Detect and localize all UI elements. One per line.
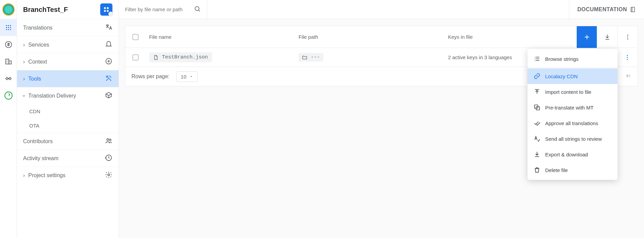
select-all-checkbox[interactable] xyxy=(132,34,139,40)
book-icon xyxy=(630,6,636,13)
col-filepath: File path xyxy=(295,34,445,40)
row-checkbox[interactable] xyxy=(132,54,139,61)
chevron-right-icon: › xyxy=(23,42,25,48)
nav-project-settings[interactable]: ›Project settings xyxy=(17,167,119,184)
tools-icon xyxy=(105,74,112,83)
nav-contributors-label: Contributors xyxy=(23,138,53,144)
svg-point-18 xyxy=(107,138,109,140)
project-title: BranchTest_F xyxy=(23,6,68,14)
menu-delete[interactable]: Delete file xyxy=(527,162,618,178)
pager-last-icon[interactable] xyxy=(625,72,631,81)
translate-icon xyxy=(105,23,112,32)
project-icon[interactable] xyxy=(100,3,112,16)
row-more-icon[interactable] xyxy=(617,48,638,67)
rail-handshake-icon[interactable] xyxy=(0,70,17,87)
nav-services[interactable]: ›Services xyxy=(17,36,119,53)
svg-point-7 xyxy=(8,29,9,30)
svg-rect-22 xyxy=(631,7,635,12)
rail-billing-icon[interactable] xyxy=(0,36,17,53)
svg-point-6 xyxy=(6,29,7,30)
nav-cdn[interactable]: CDN xyxy=(17,104,119,118)
chevron-right-icon: › xyxy=(23,172,25,178)
svg-point-23 xyxy=(627,34,628,35)
chevron-right-icon: › xyxy=(23,76,25,82)
rail-apps-icon[interactable] xyxy=(0,19,17,36)
upload-icon xyxy=(534,88,540,95)
svg-point-2 xyxy=(10,25,11,26)
rows-per-page-label: Rows per page: xyxy=(131,73,169,80)
menu-localazy-cdn[interactable]: Localazy CDN xyxy=(527,68,618,84)
menu-review[interactable]: Send all strings to review xyxy=(527,131,618,147)
search-icon[interactable] xyxy=(194,5,201,14)
svg-point-27 xyxy=(627,57,628,58)
bell-icon xyxy=(105,40,112,49)
nav-settings-label: Project settings xyxy=(28,172,65,178)
chevron-down-icon xyxy=(189,74,193,79)
svg-rect-10 xyxy=(5,59,8,64)
download-icon xyxy=(534,151,540,158)
row-actions-menu: Browse strings Localazy CDN Import conte… xyxy=(527,49,618,180)
nav-tools-label: Tools xyxy=(28,76,41,82)
menu-import[interactable]: Import content to file xyxy=(527,84,618,100)
file-chip[interactable]: TestBranch.json xyxy=(149,52,212,62)
plus-circle-icon xyxy=(105,57,112,66)
menu-export[interactable]: Export & download xyxy=(527,147,618,162)
table-header: File name File path Keys in file xyxy=(125,26,638,48)
org-logo[interactable] xyxy=(2,3,15,16)
svg-rect-16 xyxy=(107,10,109,12)
nav-context[interactable]: ›Context xyxy=(17,53,119,70)
filter-input[interactable] xyxy=(125,6,193,12)
folder-icon xyxy=(302,55,307,60)
sidebar-header: BranchTest_F xyxy=(17,0,119,19)
rail-tip-icon[interactable] xyxy=(0,87,17,104)
chevron-right-icon: › xyxy=(23,59,25,65)
menu-browse-strings[interactable]: Browse strings xyxy=(527,51,618,67)
svg-rect-14 xyxy=(107,7,109,9)
nav-translation-delivery[interactable]: ›Translation Delivery xyxy=(17,87,119,104)
more-button[interactable] xyxy=(617,26,638,48)
menu-pretranslate[interactable]: Pre-translate with MT xyxy=(527,100,618,115)
sidebar: BranchTest_F Translations ›Services ›Con… xyxy=(17,0,119,238)
menu-approve[interactable]: Approve all translations xyxy=(527,115,618,131)
nav-delivery-label: Translation Delivery xyxy=(28,93,76,99)
svg-point-19 xyxy=(109,139,111,140)
gear-icon xyxy=(105,171,112,180)
nav-tools[interactable]: ›Tools xyxy=(17,70,119,87)
file-name: TestBranch.json xyxy=(162,54,208,60)
nav-activity[interactable]: Activity stream xyxy=(17,150,119,167)
rows-per-page-select[interactable]: 10 xyxy=(176,71,198,82)
nav-contributors[interactable]: Contributors xyxy=(17,133,119,150)
svg-rect-13 xyxy=(104,7,106,9)
add-file-button[interactable] xyxy=(576,26,597,48)
content-area: File name File path Keys in file xyxy=(119,19,644,93)
documentation-link[interactable]: DOCUMENTATION xyxy=(569,0,644,19)
list-icon xyxy=(534,55,540,62)
file-path: --- xyxy=(311,54,320,60)
svg-point-0 xyxy=(6,25,7,26)
nav-translations-label: Translations xyxy=(23,25,53,31)
nav-services-label: Services xyxy=(28,42,49,48)
download-button[interactable] xyxy=(597,26,617,48)
nav-ota[interactable]: OTA xyxy=(17,118,119,133)
rows-per-page-value: 10 xyxy=(181,74,186,80)
path-chip[interactable]: --- xyxy=(299,53,323,62)
svg-point-21 xyxy=(195,6,199,11)
people-icon xyxy=(105,137,112,146)
svg-point-25 xyxy=(627,38,628,39)
check-all-icon xyxy=(534,120,540,126)
svg-point-3 xyxy=(6,27,7,28)
file-icon xyxy=(153,55,159,60)
link-icon xyxy=(534,73,540,80)
history-icon xyxy=(105,154,112,163)
nav-context-label: Context xyxy=(28,59,47,65)
nav-activity-label: Activity stream xyxy=(23,155,58,162)
chevron-down-icon: › xyxy=(21,95,27,97)
svg-point-8 xyxy=(10,29,11,30)
col-keys: Keys in file xyxy=(445,34,576,40)
documentation-label: DOCUMENTATION xyxy=(577,6,627,13)
nav-translations[interactable]: Translations xyxy=(17,19,119,36)
mt-icon xyxy=(534,104,540,111)
svg-point-1 xyxy=(8,25,9,26)
col-filename: File name xyxy=(146,34,295,40)
rail-org-icon[interactable] xyxy=(0,53,17,70)
